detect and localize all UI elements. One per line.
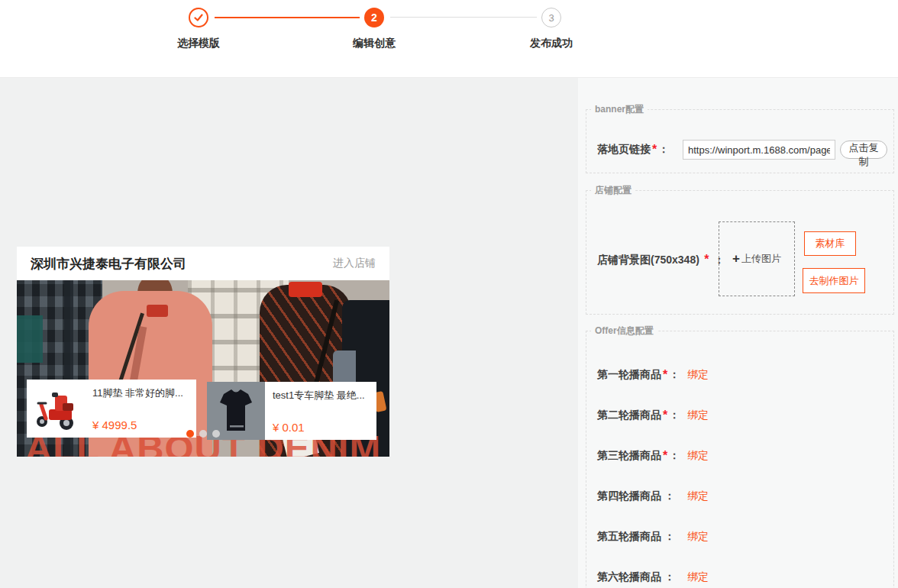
required-star: * (704, 253, 709, 266)
carousel-product-card-1[interactable]: 11脚垫 非常好的脚... ¥ 4999.5 (27, 380, 196, 438)
label-colon: ： (664, 489, 675, 503)
landing-url-input[interactable] (683, 140, 835, 160)
store-banner-preview[interactable]: ALL ABOUT DENIM (17, 280, 389, 457)
required-star: * (663, 368, 667, 382)
step-3-circle[interactable]: 3 (541, 8, 561, 27)
product-title: test1专车脚垫 最绝... (273, 389, 370, 402)
offer-label: 第一轮播商品 (597, 368, 661, 382)
step-2-number: 2 (371, 11, 377, 24)
label-colon: ： (669, 409, 680, 422)
bind-link-3[interactable]: 绑定 (687, 449, 709, 463)
required-star: * (663, 449, 667, 463)
offer-config-legend: Offer信息配置 (591, 325, 657, 338)
landing-url-row: 落地页链接 * ： 点击复制 (597, 139, 887, 160)
required-star: * (652, 143, 657, 157)
carousel-dot-3[interactable] (212, 430, 220, 438)
offer-config-section: Offer信息配置 第一轮播商品 * ： 绑定 第二轮播商品 * ： 绑定 第三… (586, 331, 894, 588)
step-connector-2 (390, 17, 537, 18)
bind-link-4[interactable]: 绑定 (687, 489, 709, 503)
offer-row-4: 第四轮播商品 ： 绑定 (597, 489, 887, 504)
offer-label: 第六轮播商品 (597, 570, 661, 584)
store-preview-header: 深圳市兴捷泰电子有限公司 进入店铺 (17, 247, 389, 280)
copy-link-button[interactable]: 点击复制 (840, 141, 887, 159)
config-panel: banner配置 落地页链接 * ： 点击复制 店铺配置 店铺背景图(750x3… (578, 78, 898, 588)
store-preview-card: 深圳市兴捷泰电子有限公司 进入店铺 (17, 247, 389, 457)
required-star: * (663, 409, 667, 422)
bind-link-2[interactable]: 绑定 (687, 409, 709, 422)
carousel-dot-2[interactable] (199, 430, 207, 438)
product-title: 11脚垫 非常好的脚... (92, 386, 190, 400)
offer-row-6: 第六轮播商品 ： 绑定 (597, 570, 887, 585)
check-icon (193, 12, 204, 23)
bind-link-6[interactable]: 绑定 (687, 570, 709, 584)
shop-config-section: 店铺配置 店铺背景图(750x348) * ： + 上传图片 素材库 去制作图片 (586, 190, 894, 315)
upload-image-dropzone[interactable]: + 上传图片 (719, 221, 795, 296)
landing-url-label: 落地页链接 (597, 143, 651, 157)
enter-store-link[interactable]: 进入店铺 (333, 257, 376, 270)
offer-label: 第三轮播商品 (597, 449, 661, 463)
carousel-dots (17, 430, 389, 438)
bind-link-5[interactable]: 绑定 (687, 530, 709, 544)
step-connector-1 (215, 17, 360, 18)
stepper-header: 2 3 选择模版 编辑创意 发布成功 (0, 0, 898, 78)
product-image-tricycle (27, 380, 85, 438)
shop-bg-label-row: 店铺背景图(750x348) * ： (597, 253, 725, 267)
label-colon: ： (669, 368, 680, 382)
offer-row-1: 第一轮播商品 * ： 绑定 (597, 367, 887, 383)
banner-config-legend: banner配置 (591, 103, 648, 116)
banner-config-section: banner配置 落地页链接 * ： 点击复制 (586, 109, 894, 173)
bind-link-1[interactable]: 绑定 (687, 368, 709, 382)
product-info: 11脚垫 非常好的脚... ¥ 4999.5 (85, 380, 196, 438)
carousel-dot-1[interactable] (186, 430, 194, 438)
label-colon: ： (669, 449, 680, 463)
plus-icon: + (732, 251, 740, 267)
label-colon: ： (664, 570, 675, 584)
step-1-label: 选择模版 (153, 37, 244, 50)
store-name: 深圳市兴捷泰电子有限公司 (31, 255, 186, 273)
step-1-circle[interactable] (189, 8, 208, 27)
offer-row-3: 第三轮播商品 * ： 绑定 (597, 448, 887, 464)
label-colon: ： (658, 143, 669, 157)
offer-row-5: 第五轮播商品 ： 绑定 (597, 529, 887, 544)
upload-image-label: 上传图片 (741, 252, 781, 266)
material-library-button[interactable]: 素材库 (804, 231, 856, 256)
make-image-button[interactable]: 去制作图片 (803, 268, 865, 293)
shop-config-legend: 店铺配置 (591, 184, 635, 197)
offer-label: 第四轮播商品 (597, 489, 661, 503)
step-2-label: 编辑创意 (328, 37, 420, 50)
label-colon: ： (664, 530, 675, 544)
main-area: 深圳市兴捷泰电子有限公司 进入店铺 (0, 78, 898, 588)
step-3-number: 3 (548, 12, 554, 24)
step-2-circle[interactable]: 2 (364, 8, 384, 27)
offer-label: 第二轮播商品 (597, 409, 661, 422)
step-3-label: 发布成功 (506, 37, 597, 50)
shop-bg-label: 店铺背景图(750x348) (597, 254, 699, 266)
offer-row-2: 第二轮播商品 * ： 绑定 (597, 408, 887, 423)
offer-label: 第五轮播商品 (597, 530, 661, 544)
